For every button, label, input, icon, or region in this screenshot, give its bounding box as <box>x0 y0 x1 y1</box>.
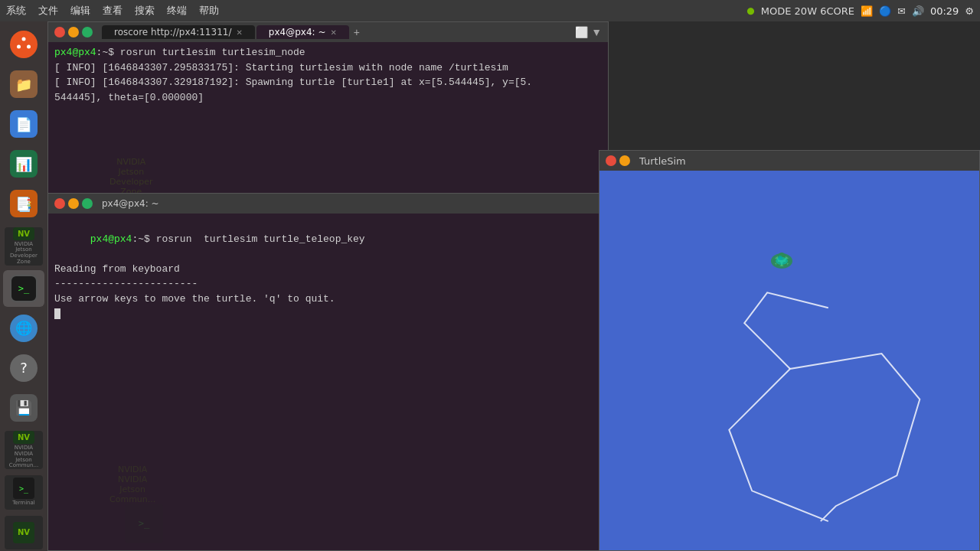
system-menu[interactable]: 系统 <box>6 4 26 18</box>
ubuntu-icon <box>10 31 38 58</box>
terminal1-titlebar: roscore http://px4:11311/ ✕ px4@px4: ~ ✕… <box>48 22 608 42</box>
edit-menu[interactable]: 编辑 <box>70 4 90 18</box>
nvidia-dev-icon: NV <box>13 227 34 240</box>
terminal-menu[interactable]: 终端 <box>167 4 187 18</box>
terminal1-new-tab-button[interactable]: + <box>351 25 363 39</box>
terminal1-content[interactable]: px4@px4:~$ rosrun turtlesim turtlesim_no… <box>48 42 608 204</box>
svg-point-12 <box>778 256 782 260</box>
file-menu[interactable]: 文件 <box>38 4 58 18</box>
terminal1-line4: 544445], theta=[0.000000] <box>54 90 602 106</box>
terminal2-minimize-button[interactable] <box>68 198 79 209</box>
sidebar-item-nvidia-dev[interactable]: NV NVIDIAJetsonDeveloperZone <box>5 227 43 266</box>
sidebar-item-files[interactable]: 📁 <box>3 66 44 103</box>
terminal2-maximize-button[interactable] <box>82 198 93 209</box>
terminal1-tab-px4-close[interactable]: ✕ <box>330 28 336 37</box>
turtlesim-path-svg <box>599 171 979 550</box>
help-menu[interactable]: 帮助 <box>199 4 219 18</box>
browser-icon: 🌐 <box>10 315 38 342</box>
help-icon: ? <box>10 354 38 382</box>
terminal2-cursor <box>54 308 60 319</box>
sidebar-item-sheets[interactable]: 📊 <box>3 145 44 182</box>
svg-point-3 <box>17 45 21 49</box>
terminal2-line4: Use arrow keys to move the turtle. 'q' t… <box>54 292 602 307</box>
sidebar-item-storage[interactable]: 💾 <box>3 390 44 426</box>
topbar-left: 系统 文件 编辑 查看 搜索 终端 帮助 <box>6 4 219 18</box>
clock: 00:29 <box>930 5 959 17</box>
turtlesim-canvas <box>599 171 979 550</box>
terminal2-icon: >_ <box>13 478 34 499</box>
turtlesim-title: TurtleSim <box>639 155 686 167</box>
view-menu[interactable]: 查看 <box>103 4 122 18</box>
terminal2-line2: Reading from keyboard <box>54 262 602 277</box>
bluetooth-icon: 🔵 <box>879 5 891 17</box>
terminal2-line5 <box>54 306 602 321</box>
sidebar-item-docs[interactable]: 📄 <box>3 106 44 142</box>
volume-icon: 🔊 <box>912 5 924 17</box>
turtlesim-window: TurtleSim <box>599 150 980 551</box>
terminal1-minimize-button[interactable] <box>68 27 79 37</box>
terminal1-tabs: roscore http://px4:11311/ ✕ px4@px4: ~ ✕… <box>102 25 363 39</box>
terminal1-line2: [ INFO] [1646843307.295833175]: Starting… <box>54 60 602 76</box>
terminal2-close-button[interactable] <box>54 198 65 209</box>
wifi-icon: 📶 <box>861 5 873 17</box>
sidebar-item-nvidia3[interactable]: NV <box>5 516 43 550</box>
svg-point-2 <box>27 45 31 49</box>
sidebar-item-browser[interactable]: 🌐 <box>3 310 44 347</box>
sidebar-item-help[interactable]: ? <box>3 350 44 386</box>
sidebar-item-impress[interactable]: 📑 <box>3 185 44 222</box>
sidebar: 📁 📄 📊 📑 NV NVIDIAJetsonDeveloperZone >_ … <box>0 21 47 551</box>
nvidia-logo: ● <box>746 5 754 16</box>
topbar: 系统 文件 编辑 查看 搜索 终端 帮助 ● MODE 20W 6CORE 📶 … <box>0 0 980 21</box>
terminal-icon: >_ <box>10 275 38 302</box>
turtlesim-titlebar: TurtleSim <box>599 151 979 171</box>
mail-icon: ✉ <box>897 5 906 17</box>
terminal1-window: roscore http://px4:11311/ ✕ px4@px4: ~ ✕… <box>47 21 609 205</box>
terminal2-line3: ------------------------ <box>54 276 602 292</box>
turtlesim-close-button[interactable] <box>606 155 616 166</box>
topbar-right: ● MODE 20W 6CORE 📶 🔵 ✉ 🔊 00:29 ⚙ <box>746 5 974 17</box>
terminal1-line3: [ INFO] [1646843307.329187192]: Spawning… <box>54 75 602 90</box>
sheets-icon: 📊 <box>10 150 38 178</box>
nvidia-commun-icon: NV <box>13 431 34 444</box>
terminal2-window: px4@px4: ~ px4@px4:~$ rosrun turtlesim t… <box>47 193 609 551</box>
terminal1-tab-roscore-close[interactable]: ✕ <box>236 28 242 37</box>
nvidia3-icon: NV <box>13 522 34 543</box>
files-icon: 📁 <box>10 70 38 98</box>
terminal2-line1: px4@px4:~$ rosrun turtlesim turtle_teleo… <box>54 217 602 262</box>
storage-icon: 💾 <box>10 394 38 422</box>
terminal1-tab-roscore[interactable]: roscore http://px4:11311/ ✕ <box>102 25 255 39</box>
svg-point-1 <box>22 37 26 41</box>
terminal2-title: px4@px4: ~ <box>102 198 159 209</box>
terminal1-split-button[interactable]: ⬜ <box>575 26 588 38</box>
terminal1-actions: ⬜ ▼ <box>575 26 602 38</box>
sidebar-item-terminal[interactable]: >_ <box>3 270 44 307</box>
turtle-sprite <box>768 247 795 275</box>
terminal2-content[interactable]: px4@px4:~$ rosrun turtlesim turtle_teleo… <box>48 214 608 550</box>
sidebar-item-nvidia-commun[interactable]: NV NVIDIANVIDIAJetsonCommun... <box>5 431 43 469</box>
nvidia-mode-label: MODE 20W 6CORE <box>761 5 854 17</box>
terminal1-line1: px4@px4:~$ rosrun turtlesim turtlesim_no… <box>54 45 602 60</box>
nvidia-commun-label: NVIDIANVIDIAJetsonCommun... <box>9 445 38 469</box>
terminal1-maximize-button[interactable] <box>82 27 93 37</box>
sidebar-item-ubuntu[interactable] <box>3 26 44 63</box>
turtlesim-minimize-button[interactable] <box>619 155 630 166</box>
sidebar-item-terminal2[interactable]: >_ Terminal <box>5 475 43 510</box>
terminal1-tab-px4[interactable]: px4@px4: ~ ✕ <box>256 25 349 39</box>
terminal1-close-button[interactable] <box>54 27 65 37</box>
terminal1-menu-button[interactable]: ▼ <box>591 26 602 38</box>
terminal2-label: Terminal <box>12 500 35 507</box>
impress-icon: 📑 <box>10 190 38 217</box>
settings-icon[interactable]: ⚙ <box>965 5 974 17</box>
nvidia-dev-label: NVIDIAJetsonDeveloperZone <box>10 242 38 266</box>
terminal2-titlebar: px4@px4: ~ <box>48 194 608 214</box>
docs-icon: 📄 <box>10 110 38 138</box>
search-menu[interactable]: 搜索 <box>135 4 155 18</box>
